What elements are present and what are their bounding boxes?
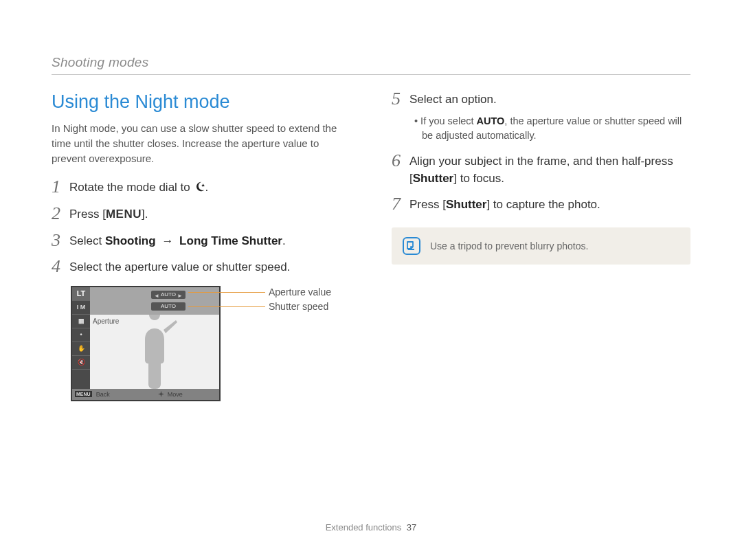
step-number: 5 xyxy=(392,90,409,108)
callout-shutter: Shutter speed xyxy=(269,301,328,312)
step-body: Select Shooting → Long Time Shutter. xyxy=(69,233,350,250)
step-number: 3 xyxy=(52,232,69,249)
cam-metering-icon: • xyxy=(72,328,90,342)
cam-menu-key: MENU xyxy=(75,391,92,397)
svg-marker-1 xyxy=(158,391,164,397)
right-column: 5Select an option.If you select AUTO, th… xyxy=(392,91,690,401)
camera-screenshot: LT I M ▦ • ✋ 🔇 ◄AUTO► AUTO Aperture xyxy=(71,286,221,401)
note-icon xyxy=(403,237,420,255)
breadcrumb: Shooting modes xyxy=(52,55,690,75)
step-sub-bullet: If you select AUTO, the aperture value o… xyxy=(409,114,690,144)
cam-bottom-bar: MENU Back Move xyxy=(72,389,219,400)
step-number: 4 xyxy=(52,258,69,276)
section-title: Using the Night mode xyxy=(52,91,350,113)
camera-callouts: Aperture value Shutter speed xyxy=(225,286,331,313)
cam-mode-lt: LT xyxy=(72,287,90,301)
note-text: Use a tripod to prevent blurry photos. xyxy=(430,240,588,251)
cam-nav-icon xyxy=(158,391,164,397)
step-body: Select the aperture value or shutter spe… xyxy=(69,259,350,276)
cam-size-icon: I M xyxy=(72,301,90,315)
step-item: 1Rotate the mode dial to . xyxy=(52,179,350,197)
step-item: 7Press [Shutter] to capture the photo. xyxy=(392,197,690,214)
step-body: Align your subject in the frame, and the… xyxy=(409,153,690,187)
intro-text: In Night mode, you can use a slow shutte… xyxy=(52,121,350,166)
step-item: 2Press [MENU]. xyxy=(52,206,350,223)
page-footer: Extended functions 37 xyxy=(0,522,742,533)
cam-shutter-pill: AUTO xyxy=(151,302,186,311)
step-body: Press [Shutter] to capture the photo. xyxy=(409,197,690,214)
step-body: Press [MENU]. xyxy=(69,206,350,223)
tip-note: Use a tripod to prevent blurry photos. xyxy=(392,227,690,265)
step-item: 5Select an option.If you select AUTO, th… xyxy=(392,91,690,144)
step-body: Select an option.If you select AUTO, the… xyxy=(409,91,690,144)
cam-aperture-pill: ◄AUTO► xyxy=(151,291,186,299)
callout-aperture: Aperture value xyxy=(269,287,331,298)
steps-right: 5Select an option.If you select AUTO, th… xyxy=(392,91,690,214)
step-item: 4Select the aperture value or shutter sp… xyxy=(52,259,350,276)
cam-stabilizer-icon: ✋ xyxy=(72,342,90,356)
step-number: 1 xyxy=(52,178,69,196)
footer-page-number: 37 xyxy=(407,522,416,533)
step-number: 6 xyxy=(392,152,409,170)
step-number: 2 xyxy=(52,205,69,223)
left-column: Using the Night mode In Night mode, you … xyxy=(52,91,350,401)
step-item: 3Select Shooting → Long Time Shutter. xyxy=(52,233,350,250)
night-mode-icon xyxy=(194,181,205,192)
cam-quality-icon: ▦ xyxy=(72,315,90,328)
cam-aperture-label: Aperture xyxy=(93,317,119,325)
cam-back-label: Back xyxy=(96,391,110,398)
svg-marker-0 xyxy=(201,184,205,188)
cam-silhouette xyxy=(131,315,179,390)
cam-move-label: Move xyxy=(168,391,183,398)
steps-left: 1Rotate the mode dial to .2Press [MENU].… xyxy=(52,179,350,276)
step-body: Rotate the mode dial to . xyxy=(69,179,350,197)
step-number: 7 xyxy=(392,195,409,213)
cam-sound-off-icon: 🔇 xyxy=(72,356,90,370)
footer-section: Extended functions xyxy=(326,522,402,533)
step-item: 6Align your subject in the frame, and th… xyxy=(392,153,690,187)
camera-screenshot-wrap: LT I M ▦ • ✋ 🔇 ◄AUTO► AUTO Aperture xyxy=(71,286,350,401)
